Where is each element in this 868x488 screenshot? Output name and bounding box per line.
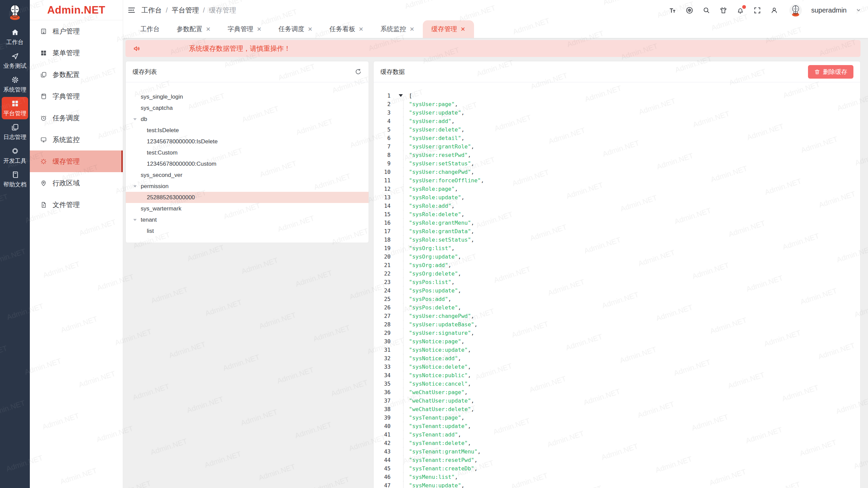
- tree-node-label: sys_second_ver: [141, 172, 182, 179]
- caret-down-icon[interactable]: [133, 219, 137, 223]
- user-avatar[interactable]: [789, 4, 802, 17]
- tree-node[interactable]: list: [126, 225, 369, 237]
- tree-node[interactable]: test:Custom: [126, 147, 369, 158]
- code-line: 16 "sysRole:grantMenu" ,: [374, 219, 860, 227]
- tab-label: 工作台: [140, 25, 160, 34]
- breadcrumb-item[interactable]: 缓存管理: [209, 6, 236, 15]
- tab-close-icon[interactable]: ✕: [206, 26, 211, 32]
- tab-close-icon[interactable]: ✕: [257, 26, 261, 32]
- permission-string: sysUser:update: [412, 109, 458, 116]
- tab[interactable]: 参数配置 ✕: [168, 20, 219, 38]
- monitor-icon: [40, 136, 47, 143]
- cache-data-title: 缓存数据: [380, 68, 405, 76]
- sidebar-item-admin-region[interactable]: 行政区域: [30, 172, 123, 194]
- breadcrumb-item[interactable]: 工作台: [141, 6, 162, 15]
- fold-caret-icon[interactable]: [399, 94, 403, 99]
- rail-item-help-docs[interactable]: 帮助文档: [2, 168, 28, 190]
- tab[interactable]: 任务调度 ✕: [270, 20, 321, 38]
- sidebar-item-tenant-mgmt[interactable]: 租户管理: [30, 20, 123, 42]
- theme-icon[interactable]: [719, 6, 727, 14]
- indent-guide: [391, 193, 409, 202]
- bell-icon[interactable]: [736, 6, 744, 14]
- line-number: 22: [374, 269, 391, 278]
- username[interactable]: superadmin: [811, 6, 847, 14]
- rail-item-workbench[interactable]: 工作台: [2, 26, 28, 48]
- collapse-menu-icon[interactable]: [127, 6, 136, 15]
- delete-cache-button[interactable]: 删除缓存: [808, 65, 853, 79]
- permission-string: sysUser:page: [412, 101, 452, 107]
- sidebar-item-menu-mgmt[interactable]: 菜单管理: [30, 42, 123, 64]
- breadcrumb-separator: /: [166, 6, 168, 14]
- code-line: 28 "sysUser:updateBase" ,: [374, 320, 860, 329]
- permission-string: sysOrg:list: [412, 245, 448, 251]
- breadcrumb-item[interactable]: 平台管理: [172, 6, 199, 15]
- permission-string: sysNotice:update: [412, 347, 465, 353]
- tab-close-icon[interactable]: ✕: [460, 26, 465, 32]
- mascot-icon: [6, 3, 24, 21]
- tree-node[interactable]: tenant: [126, 214, 369, 225]
- grid-icon: [11, 99, 19, 108]
- sidebar-item-system-monitor[interactable]: 系统监控: [30, 129, 123, 150]
- search-icon[interactable]: [703, 6, 710, 14]
- sidebar-item-task-scheduler[interactable]: 任务调度: [30, 107, 123, 129]
- profile-icon[interactable]: [770, 6, 778, 14]
- tree-node[interactable]: sys_second_ver: [126, 169, 369, 181]
- tree-node[interactable]: 252885263000000: [126, 192, 369, 203]
- header-actions: superadmin: [669, 4, 861, 17]
- rail-item-business-test[interactable]: 业务测试: [2, 49, 28, 72]
- tab[interactable]: 任务看板 ✕: [321, 20, 372, 38]
- code-line: 45 "sysTenant:createDb" ,: [374, 464, 860, 473]
- code-line: 37 "weChatUser:update" ,: [374, 396, 860, 405]
- tab[interactable]: 工作台: [132, 20, 168, 38]
- fullscreen-icon[interactable]: [753, 6, 761, 14]
- refresh-icon[interactable]: [355, 68, 362, 75]
- document-icon: [40, 201, 47, 208]
- rail-item-platform-mgmt[interactable]: 平台管理: [2, 97, 28, 119]
- indent-guide: [391, 337, 409, 346]
- tree-node[interactable]: permission: [126, 181, 369, 192]
- tab-close-icon[interactable]: ✕: [308, 26, 313, 32]
- tree-node-label: 123456780000000:Custom: [147, 161, 216, 167]
- caret-down-icon[interactable]: [133, 118, 137, 122]
- building-icon: [40, 28, 47, 35]
- tree-node[interactable]: 123456780000000:IsDelete: [126, 136, 369, 147]
- tree-node[interactable]: test:IsDelete: [126, 125, 369, 136]
- rail-item-log-mgmt[interactable]: 日志管理: [2, 121, 28, 143]
- main-area: 工作台 / 平台管理 / 缓存管理: [123, 0, 868, 488]
- line-number: 27: [374, 312, 391, 320]
- tree-node[interactable]: sys_wartermark: [126, 203, 369, 214]
- font-size-icon[interactable]: [669, 6, 676, 14]
- rail-item-label: 业务测试: [3, 62, 26, 70]
- tree-node-label: tenant: [141, 217, 157, 223]
- permission-string: sysRole:update: [412, 194, 458, 201]
- rail-item-system-mgmt[interactable]: 系统管理: [2, 73, 28, 96]
- tab-close-icon[interactable]: ✕: [410, 26, 414, 32]
- trash-icon: [814, 69, 820, 75]
- rail-item-dev-tools[interactable]: 开发工具: [2, 144, 28, 167]
- tree-node[interactable]: 123456780000000:Custom: [126, 158, 369, 169]
- panels-row: 缓存列表 sys_single_login: [125, 61, 861, 488]
- tab[interactable]: 缓存管理 ✕: [423, 20, 474, 38]
- permission-string: sysNotice:delete: [412, 364, 465, 370]
- tree-node[interactable]: sys_single_login: [126, 91, 369, 102]
- tab[interactable]: 系统监控 ✕: [372, 20, 423, 38]
- tab-close-icon[interactable]: ✕: [359, 26, 363, 32]
- permission-string: sysUser:setStatus: [412, 160, 468, 167]
- language-icon[interactable]: [686, 6, 693, 14]
- indent-guide: [391, 202, 409, 210]
- chevron-down-icon[interactable]: [856, 7, 861, 13]
- permission-string: sysRole:page: [412, 186, 452, 192]
- sidebar-item-param-config[interactable]: 参数配置: [30, 64, 123, 85]
- tree-node[interactable]: sys_captcha: [126, 102, 369, 114]
- caret-down-icon[interactable]: [133, 185, 137, 189]
- sidebar-item-cache-mgmt[interactable]: 缓存管理: [30, 150, 123, 172]
- sidebar-item-file-mgmt[interactable]: 文件管理: [30, 194, 123, 216]
- tree-node[interactable]: db: [126, 114, 369, 125]
- line-number: 4: [374, 117, 391, 125]
- gear-icon: [11, 76, 19, 84]
- code-line: 4 "sysUser:add" ,: [374, 117, 860, 125]
- sidebar-item-dict-mgmt[interactable]: 字典管理: [30, 85, 123, 107]
- indent-guide: [391, 295, 409, 303]
- tab[interactable]: 字典管理 ✕: [219, 20, 270, 38]
- app-logo-mascot[interactable]: [6, 3, 24, 21]
